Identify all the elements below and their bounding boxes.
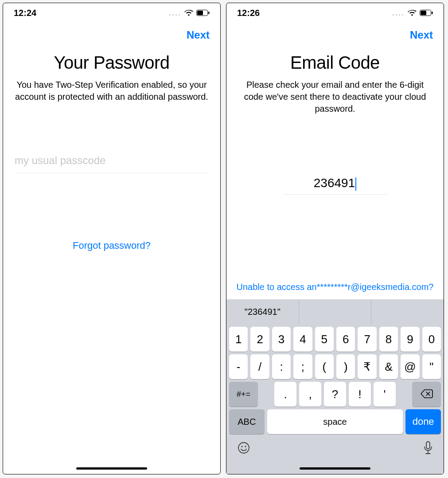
- text-caret: [355, 177, 356, 191]
- password-input[interactable]: [15, 152, 209, 173]
- key-exclaim[interactable]: !: [349, 382, 371, 407]
- status-right: ....: [169, 9, 210, 17]
- next-button[interactable]: Next: [410, 29, 433, 41]
- svg-rect-9: [426, 442, 430, 449]
- key-0[interactable]: 0: [422, 327, 441, 352]
- wifi-icon: [407, 9, 417, 16]
- key-paren-open[interactable]: (: [315, 354, 334, 379]
- status-time: 12:24: [14, 8, 36, 18]
- suggestion-empty[interactable]: [299, 299, 372, 324]
- svg-rect-1: [197, 11, 203, 15]
- password-input-wrap: [3, 152, 220, 173]
- svg-point-6: [238, 443, 249, 453]
- svg-point-8: [245, 446, 246, 447]
- nav-bar: Next: [226, 23, 444, 45]
- emoji-icon[interactable]: [237, 441, 250, 454]
- key-period[interactable]: .: [274, 382, 296, 407]
- key-quote[interactable]: ": [422, 354, 441, 379]
- page-subtitle: You have Two-Step Verification enabled, …: [3, 73, 220, 103]
- forgot-password-link[interactable]: Forgot password?: [3, 240, 220, 251]
- svg-point-7: [241, 446, 242, 447]
- unable-access-link[interactable]: Unable to access an*********r@igeeksmedi…: [226, 282, 444, 292]
- key-7[interactable]: 7: [358, 327, 376, 352]
- status-bar: 12:24 ....: [3, 3, 220, 23]
- key-3[interactable]: 3: [272, 327, 291, 352]
- key-at[interactable]: @: [401, 354, 419, 379]
- key-row-2: - / : ; ( ) ₹ & @ ": [226, 352, 444, 379]
- status-time: 12:26: [237, 8, 260, 18]
- phone-screen-password: 12:24 .... Next Your Password You have T…: [3, 3, 221, 474]
- key-amp[interactable]: &: [379, 354, 398, 379]
- suggestion-bar: "236491": [226, 299, 444, 324]
- key-comma[interactable]: ,: [299, 382, 321, 407]
- key-row-3: #+= . , ? ! ': [226, 379, 444, 407]
- key-row-4: ABC space done: [226, 407, 444, 434]
- code-input[interactable]: 236491: [283, 172, 387, 195]
- home-indicator[interactable]: [76, 467, 147, 470]
- key-question[interactable]: ?: [324, 382, 346, 407]
- key-alt-symbols[interactable]: #+=: [229, 382, 258, 407]
- key-4[interactable]: 4: [293, 327, 312, 352]
- status-bar: 12:26 ....: [226, 3, 444, 23]
- key-paren-close[interactable]: ): [336, 354, 355, 379]
- next-button[interactable]: Next: [187, 29, 210, 41]
- page-subtitle: Please check your email and enter the 6-…: [226, 73, 444, 115]
- key-9[interactable]: 9: [401, 327, 419, 352]
- nav-bar: Next: [3, 23, 220, 45]
- key-semicolon[interactable]: ;: [293, 354, 312, 379]
- key-8[interactable]: 8: [379, 327, 398, 352]
- battery-icon: [196, 10, 210, 16]
- key-6[interactable]: 6: [336, 327, 355, 352]
- backspace-icon: [421, 388, 433, 401]
- cellular-dots-icon: ....: [169, 9, 181, 17]
- key-2[interactable]: 2: [250, 327, 269, 352]
- key-row-1: 1 2 3 4 5 6 7 8 9 0: [226, 324, 444, 352]
- key-done[interactable]: done: [405, 409, 441, 434]
- key-abc[interactable]: ABC: [229, 409, 265, 434]
- key-dash[interactable]: -: [229, 354, 248, 379]
- key-backspace[interactable]: [412, 382, 441, 407]
- key-rupee[interactable]: ₹: [358, 354, 376, 379]
- key-slash[interactable]: /: [250, 354, 269, 379]
- key-5[interactable]: 5: [315, 327, 334, 352]
- svg-rect-5: [432, 12, 433, 14]
- svg-rect-2: [208, 12, 210, 14]
- status-right: ....: [392, 9, 433, 17]
- key-apostrophe[interactable]: ': [374, 382, 396, 407]
- svg-rect-4: [421, 11, 426, 15]
- key-1[interactable]: 1: [229, 327, 248, 352]
- battery-icon: [420, 10, 433, 16]
- keyboard: "236491" 1 2 3 4 5 6 7 8 9 0 - / : ; ( )…: [226, 299, 444, 474]
- suggestion[interactable]: "236491": [226, 299, 299, 324]
- home-indicator[interactable]: [300, 467, 370, 470]
- page-title: Email Code: [226, 53, 444, 73]
- key-colon[interactable]: :: [272, 354, 291, 379]
- code-value: 236491: [314, 176, 355, 190]
- page-title: Your Password: [3, 53, 220, 73]
- phone-screen-email-code: 12:26 .... Next Email Code Please check …: [226, 3, 444, 474]
- cellular-dots-icon: ....: [392, 9, 405, 17]
- key-space[interactable]: space: [267, 409, 403, 434]
- wifi-icon: [184, 9, 194, 16]
- code-input-wrap: 236491: [226, 172, 444, 195]
- suggestion-empty[interactable]: [371, 299, 444, 324]
- mic-icon[interactable]: [423, 441, 433, 454]
